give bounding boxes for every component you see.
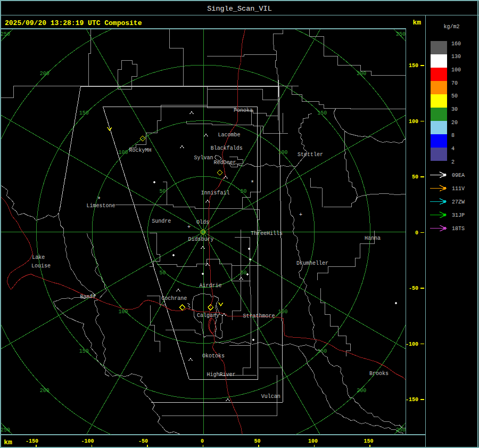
svg-text:50: 50 bbox=[412, 174, 418, 180]
svg-text:-50: -50 bbox=[138, 438, 148, 444]
svg-text:Lacombe: Lacombe bbox=[218, 132, 240, 138]
svg-text:HighRiver: HighRiver bbox=[207, 372, 235, 378]
svg-text:Sundre: Sundre bbox=[152, 218, 171, 224]
svg-text:2025/09/20 13:28:19 UTC Compos: 2025/09/20 13:28:19 UTC Composite bbox=[5, 19, 142, 27]
svg-text:Banff: Banff bbox=[80, 294, 96, 300]
svg-text:-150: -150 bbox=[406, 397, 418, 403]
svg-text:160: 160 bbox=[451, 41, 461, 47]
svg-text:130: 130 bbox=[451, 54, 461, 60]
svg-text:Olds: Olds bbox=[196, 219, 209, 225]
svg-text:Drumheller: Drumheller bbox=[296, 260, 328, 266]
svg-text:150: 150 bbox=[79, 348, 89, 354]
svg-text:RockyMH: RockyMH bbox=[129, 148, 151, 153]
svg-text:18TS: 18TS bbox=[452, 226, 465, 232]
svg-text:2: 2 bbox=[451, 159, 455, 165]
svg-text:150: 150 bbox=[317, 110, 327, 116]
svg-text:50: 50 bbox=[451, 93, 458, 99]
svg-text:100: 100 bbox=[278, 150, 287, 156]
svg-text:Innisfail: Innisfail bbox=[201, 190, 229, 196]
svg-text:250: 250 bbox=[396, 31, 406, 37]
svg-text:Limestone: Limestone bbox=[86, 203, 115, 209]
svg-text:-150: -150 bbox=[26, 438, 38, 444]
svg-text:Ponoka: Ponoka bbox=[234, 108, 253, 113]
svg-text:50: 50 bbox=[241, 189, 247, 194]
svg-text:Blackfalds: Blackfalds bbox=[211, 145, 243, 151]
svg-text:Strathmore: Strathmore bbox=[243, 313, 275, 319]
svg-text:250: 250 bbox=[396, 427, 406, 433]
svg-text:km: km bbox=[412, 19, 421, 27]
svg-text:-50: -50 bbox=[409, 286, 418, 291]
svg-text:+: + bbox=[299, 212, 302, 218]
svg-text:200: 200 bbox=[357, 71, 366, 77]
svg-text:111V: 111V bbox=[452, 186, 465, 192]
svg-text:4: 4 bbox=[451, 146, 455, 152]
svg-text:50: 50 bbox=[241, 270, 247, 276]
svg-text:100: 100 bbox=[451, 67, 461, 73]
svg-text:20: 20 bbox=[451, 120, 458, 126]
svg-text:Lake: Lake bbox=[32, 255, 45, 260]
svg-text:31JP: 31JP bbox=[452, 213, 465, 218]
svg-text:0: 0 bbox=[415, 230, 418, 236]
svg-text:kg/m2: kg/m2 bbox=[443, 24, 459, 30]
svg-text:Louise: Louise bbox=[31, 263, 51, 269]
svg-text:km: km bbox=[4, 438, 12, 446]
svg-text:Vulcan: Vulcan bbox=[261, 394, 280, 400]
svg-text:*: * bbox=[97, 196, 101, 203]
svg-text:Okotoks: Okotoks bbox=[202, 353, 225, 359]
svg-text:09EA: 09EA bbox=[452, 173, 465, 178]
svg-text:+: + bbox=[187, 224, 191, 230]
svg-text:Calgary: Calgary bbox=[197, 313, 219, 319]
svg-text:Stettler: Stettler bbox=[298, 152, 323, 158]
svg-text:Airdrie: Airdrie bbox=[199, 283, 221, 289]
svg-text:250: 250 bbox=[1, 427, 10, 433]
svg-text:50: 50 bbox=[159, 189, 166, 194]
svg-text:150: 150 bbox=[79, 110, 89, 116]
svg-text:100: 100 bbox=[278, 309, 287, 315]
svg-text:*: * bbox=[250, 180, 254, 187]
svg-text:ThreeHills: ThreeHills bbox=[251, 231, 283, 237]
svg-text:50: 50 bbox=[254, 438, 260, 444]
svg-text:150: 150 bbox=[409, 63, 418, 69]
svg-text:Single_Scan_VIL: Single_Scan_VIL bbox=[207, 5, 272, 13]
svg-text:70: 70 bbox=[451, 80, 458, 86]
svg-text:-100: -100 bbox=[406, 341, 418, 347]
svg-text:200: 200 bbox=[40, 388, 49, 394]
svg-text:RedDeer: RedDeer bbox=[213, 160, 236, 166]
svg-text:30: 30 bbox=[451, 107, 458, 112]
svg-text:Sylvan: Sylvan bbox=[194, 155, 213, 161]
svg-text:0: 0 bbox=[201, 438, 204, 444]
svg-text:100: 100 bbox=[409, 119, 418, 125]
svg-text:250: 250 bbox=[1, 31, 10, 37]
svg-text:27ZW: 27ZW bbox=[452, 199, 465, 205]
svg-text:50: 50 bbox=[159, 270, 166, 276]
svg-text:150: 150 bbox=[317, 348, 327, 354]
svg-text:200: 200 bbox=[357, 388, 366, 394]
svg-text:100: 100 bbox=[119, 309, 128, 315]
svg-text:Brooks: Brooks bbox=[369, 371, 389, 377]
svg-text:8: 8 bbox=[451, 133, 455, 139]
svg-text:Hanna: Hanna bbox=[365, 235, 381, 241]
svg-text:100: 100 bbox=[308, 438, 318, 444]
svg-text:100: 100 bbox=[119, 150, 128, 156]
svg-text:Didsbury: Didsbury bbox=[188, 237, 213, 242]
svg-text:150: 150 bbox=[364, 438, 373, 444]
svg-text:200: 200 bbox=[40, 71, 49, 77]
svg-text:Cochrane: Cochrane bbox=[161, 296, 187, 302]
svg-text:-100: -100 bbox=[81, 438, 94, 444]
